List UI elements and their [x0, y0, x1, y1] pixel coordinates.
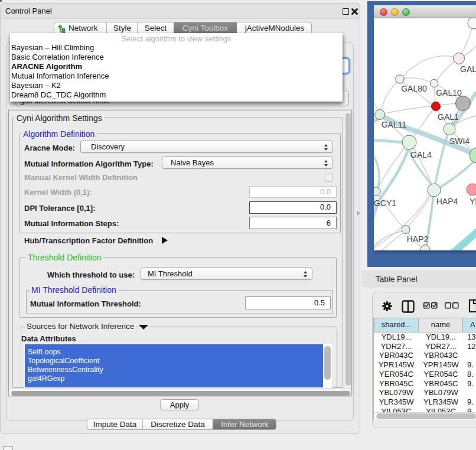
svg-text:HAP4: HAP4: [436, 197, 458, 206]
svg-text:SWI4: SWI4: [449, 136, 470, 146]
svg-text:GAL11: GAL11: [382, 120, 407, 129]
svg-text:GAL2: GAL2: [460, 64, 476, 74]
svg-text:GAL80: GAL80: [401, 84, 427, 93]
svg-text:GAL1: GAL1: [438, 112, 459, 122]
svg-text:GAL4: GAL4: [410, 150, 432, 159]
svg-text:HAP2: HAP2: [407, 234, 429, 244]
svg-text:YEL0: YEL0: [470, 197, 476, 206]
svg-text:GCY1: GCY1: [374, 198, 396, 208]
svg-text:GAL10: GAL10: [436, 88, 462, 97]
